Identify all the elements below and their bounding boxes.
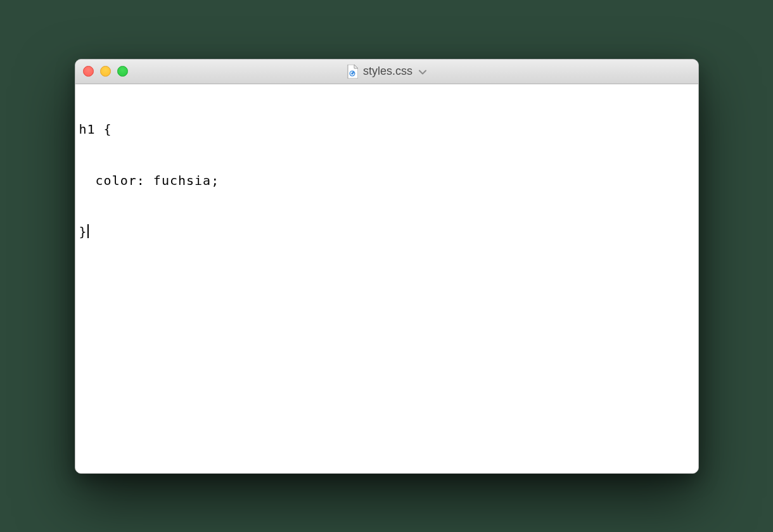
- code-line: color: fuchsia;: [79, 172, 694, 189]
- zoom-button[interactable]: [117, 66, 128, 77]
- traffic-lights: [83, 66, 128, 77]
- code-line: }: [79, 224, 87, 241]
- css-file-icon: [347, 65, 358, 79]
- titlebar[interactable]: styles.css: [75, 60, 698, 84]
- chevron-down-icon[interactable]: [419, 66, 426, 77]
- svg-point-0: [349, 70, 355, 76]
- window-title: styles.css: [363, 65, 412, 78]
- minimize-button[interactable]: [100, 66, 111, 77]
- editor-area[interactable]: h1 { color: fuchsia; }: [75, 84, 698, 473]
- code-line: h1 {: [79, 121, 694, 138]
- text-editor-window: styles.css h1 { color: fuchsia; }: [75, 59, 699, 474]
- close-button[interactable]: [83, 66, 94, 77]
- title-center[interactable]: styles.css: [347, 65, 426, 79]
- text-cursor: [87, 224, 89, 238]
